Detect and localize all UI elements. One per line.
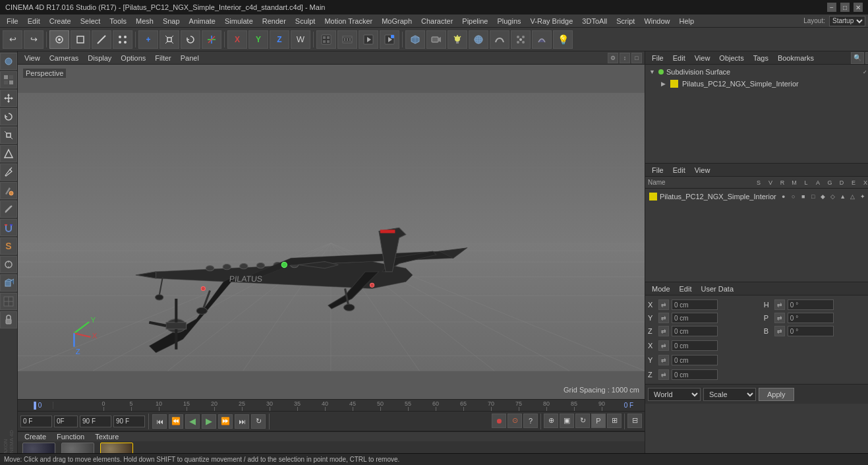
maximize-button[interactable]: □ [840,3,850,12]
obj-expand-icon[interactable]: ▼ [649,69,656,75]
tool-rotate[interactable] [0,108,17,125]
tool-brush[interactable] [0,256,17,273]
scene-badge-r[interactable]: ■ [799,192,808,201]
coord-y-icon[interactable]: ⇄ [658,313,669,323]
tool-select[interactable] [0,53,17,70]
obj-bookmarks-menu[interactable]: Bookmarks [774,53,818,63]
coord-sx-input[interactable] [672,340,718,351]
render-settings-btn[interactable] [380,30,399,49]
redo-button[interactable]: ↪ [24,30,43,49]
coord-sz-input[interactable] [672,369,718,380]
coord-b-input[interactable] [788,326,834,336]
record-btn[interactable] [316,30,336,49]
mat-texture-menu[interactable]: Texture [91,432,123,441]
obj-expand-icon2[interactable]: ▶ [661,80,668,87]
transform-tool-button[interactable] [202,30,221,49]
light-btn[interactable] [448,30,467,49]
vp-lock-btn[interactable]: ⚙ [608,53,618,63]
mode-object-button[interactable] [49,30,69,49]
mode-polygon-button[interactable] [71,30,90,49]
preview-start-input[interactable] [54,416,78,427]
coord-sz-icon[interactable]: ⇄ [658,369,669,380]
tool-shape[interactable] [0,145,17,162]
vp-menu-filter[interactable]: Filter [151,53,175,63]
record-mode-btn[interactable]: ⊙ [507,414,522,428]
array-btn[interactable] [511,30,531,49]
attr-mode-menu[interactable]: Mode [648,284,674,294]
step-back-btn[interactable]: ⏪ [169,414,183,429]
obj-file-menu[interactable]: File [648,53,668,63]
tool-paint[interactable] [0,182,17,199]
vp-menu-options[interactable]: Options [117,53,150,63]
step-fwd-btn[interactable]: ⏩ [218,414,233,429]
tool-s[interactable]: S [0,237,17,255]
scene-badge-a[interactable]: ◇ [828,192,838,201]
record-anim-btn[interactable]: ⏺ [492,414,506,428]
menu-select[interactable]: Select [76,16,105,26]
menu-create[interactable]: Create [45,16,75,26]
scene-badge-e[interactable]: ✦ [858,192,867,201]
menu-mesh[interactable]: Mesh [132,16,158,26]
tl-rotate2-btn[interactable]: ↻ [575,414,590,428]
vp-full-btn[interactable]: □ [631,53,642,63]
coord-p-icon[interactable]: ⇄ [774,313,785,323]
obj-edit-menu[interactable]: Edit [669,53,689,63]
play-back-btn[interactable]: ◀ [185,414,200,429]
tool-scale2[interactable] [0,127,17,144]
obj-objects-menu[interactable]: Objects [715,53,747,63]
menu-vray[interactable]: V-Ray Bridge [527,16,577,26]
coord-sx-icon[interactable]: ⇄ [658,340,669,351]
camera-btn[interactable] [426,30,446,49]
menu-simulate[interactable]: Simulate [221,16,257,26]
tool-knife[interactable] [0,201,17,218]
sphere-btn[interactable] [469,30,488,49]
menu-window[interactable]: Window [640,16,674,26]
obj-row-subdivision[interactable]: ▼ Subdivision Surface ✓ [647,66,868,78]
mat-function-menu[interactable]: Function [53,432,88,441]
apply-button[interactable]: Apply [759,388,794,401]
close-button[interactable]: ✕ [854,3,863,12]
scale-tool-button[interactable] [159,30,179,49]
scale-select[interactable]: Scale [703,388,756,401]
spline-btn[interactable] [490,30,509,49]
cube-btn[interactable] [405,30,425,49]
tl-layout-btn[interactable]: ⊟ [627,414,642,428]
menu-help[interactable]: Help [676,16,699,26]
tool-pen[interactable] [0,164,17,181]
menu-edit[interactable]: Edit [24,16,44,26]
tool-checker[interactable] [0,71,17,88]
x-axis-button[interactable]: X [227,30,247,49]
attr-edit-menu[interactable]: Edit [676,284,696,294]
scene-badge-m[interactable]: □ [809,192,818,201]
vp-menu-panel[interactable]: Panel [177,53,203,63]
world-select[interactable]: World Object [648,388,701,401]
bulb-btn[interactable]: 💡 [553,30,573,49]
menu-3dtoall[interactable]: 3DToAll [578,16,611,26]
coord-b-icon[interactable]: ⇄ [774,326,785,336]
obj-row-pilatus[interactable]: ▶ Pilatus_PC12_NGX_Simple_Interior [647,78,868,90]
mode-edge-button[interactable] [92,30,111,49]
scene-badge-g[interactable]: ▲ [838,192,848,201]
layout-select[interactable]: Startup [829,16,865,26]
y-axis-button[interactable]: Y [248,30,268,49]
z-axis-button[interactable]: Z [270,30,289,49]
goto-start-btn[interactable]: ⏮ [152,414,167,429]
menu-script[interactable]: Script [612,16,639,26]
scene-row-pilatus[interactable]: Pilatus_PC12_NGX_Simple_Interior ● ○ ■ □… [647,190,868,203]
obj-view-menu[interactable]: View [691,53,714,63]
coord-x-icon[interactable]: ⇄ [658,299,669,310]
scene-file-menu[interactable]: File [648,166,668,175]
start-frame-input[interactable] [20,416,52,427]
tl-info-btn[interactable]: ? [523,414,538,428]
obj-search-btn[interactable]: 🔍 [851,52,864,64]
menu-sculpt[interactable]: Sculpt [291,16,320,26]
tl-select2-btn[interactable]: ▣ [560,414,574,428]
scene-badge-s[interactable]: ● [779,192,788,201]
tool-magnet[interactable] [0,219,17,236]
goto-end-btn[interactable]: ⏭ [235,414,249,429]
menu-render[interactable]: Render [258,16,290,26]
world-axis-button[interactable]: W [291,30,310,49]
minimize-button[interactable]: − [827,3,836,12]
tool-cube2[interactable] [0,274,17,292]
loop-btn[interactable]: ↻ [251,414,266,429]
